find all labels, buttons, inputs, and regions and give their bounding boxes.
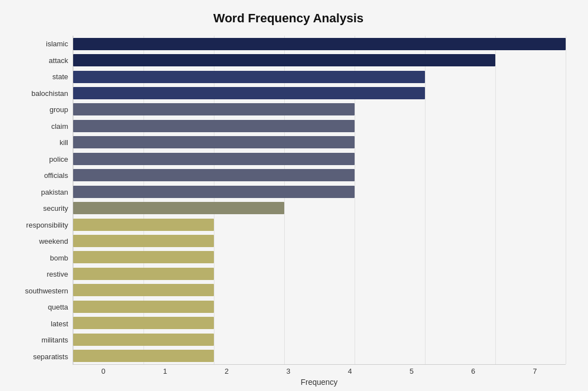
y-label: latest xyxy=(51,316,68,331)
bar xyxy=(73,350,214,362)
x-tick: 4 xyxy=(319,367,381,375)
bar xyxy=(73,268,214,280)
bar-row xyxy=(73,201,566,216)
bar xyxy=(73,87,425,99)
y-label: kill xyxy=(60,135,68,150)
y-label: islamic xyxy=(46,36,68,51)
y-label: state xyxy=(52,69,68,84)
bar xyxy=(73,317,214,329)
bar xyxy=(73,103,355,115)
bar-row xyxy=(73,316,566,331)
x-tick: 0 xyxy=(73,367,134,375)
chart-container: Word Frequency Analysis islamicattacksta… xyxy=(0,0,588,391)
bar-row xyxy=(73,349,566,364)
bar xyxy=(73,334,214,346)
bar xyxy=(73,38,566,50)
x-tick: 2 xyxy=(196,367,257,375)
bar-row xyxy=(73,299,566,314)
x-tick: 7 xyxy=(504,367,566,375)
bar xyxy=(73,186,355,198)
y-axis: islamicattackstatebalochistangroupclaimk… xyxy=(11,36,73,365)
y-label: responsibility xyxy=(26,218,68,233)
x-tick: 1 xyxy=(134,367,195,375)
grid-line xyxy=(73,36,74,364)
bar xyxy=(73,120,355,132)
x-tick: 3 xyxy=(257,367,319,375)
bar-row xyxy=(73,266,566,281)
bar xyxy=(73,202,284,214)
bar-row xyxy=(73,283,566,298)
bar xyxy=(73,219,214,231)
chart-area: islamicattackstatebalochistangroupclaimk… xyxy=(11,36,566,365)
y-label: officials xyxy=(44,168,68,183)
grid-line xyxy=(566,36,566,364)
grid-line xyxy=(214,36,214,364)
bar-row xyxy=(73,69,566,84)
y-label: restive xyxy=(47,267,68,282)
x-axis-label: Frequency xyxy=(73,378,566,387)
bar xyxy=(73,169,355,181)
bar xyxy=(73,54,495,66)
bar-row xyxy=(73,217,566,232)
x-axis: 01234567 xyxy=(73,367,566,375)
y-label: security xyxy=(43,201,68,216)
y-label: separatists xyxy=(33,349,68,364)
y-label: weekend xyxy=(39,234,68,249)
bar-row xyxy=(73,233,566,248)
grid-line xyxy=(355,36,355,364)
bar-row xyxy=(73,118,566,133)
y-label: bomb xyxy=(50,250,68,266)
bar xyxy=(73,251,214,263)
grid-line xyxy=(495,36,496,364)
x-tick: 6 xyxy=(442,367,504,375)
bar xyxy=(73,284,214,296)
x-tick: 5 xyxy=(381,367,442,375)
grid-line xyxy=(425,36,426,364)
bar-row xyxy=(73,151,566,166)
bar xyxy=(73,235,214,247)
bar xyxy=(73,71,425,83)
y-label: group xyxy=(50,102,68,117)
plot-area xyxy=(73,36,566,365)
y-label: balochistan xyxy=(31,86,68,101)
y-label: police xyxy=(49,152,68,167)
bar-row xyxy=(73,53,566,68)
y-label: attack xyxy=(49,53,68,68)
grid-line xyxy=(144,36,144,364)
bar-row xyxy=(73,36,566,51)
bar-row xyxy=(73,332,566,347)
y-label: pakistan xyxy=(41,185,68,200)
y-label: southwestern xyxy=(25,283,68,298)
y-label: militants xyxy=(41,332,68,347)
chart-title: Word Frequency Analysis xyxy=(11,11,566,26)
bar-row xyxy=(73,168,566,183)
bar xyxy=(73,136,355,148)
bar-row xyxy=(73,135,566,150)
bar-row xyxy=(73,86,566,101)
bar xyxy=(73,301,214,313)
bar-row xyxy=(73,184,566,199)
grid-line xyxy=(284,36,285,364)
y-label: claim xyxy=(51,119,68,134)
bar-row xyxy=(73,250,566,265)
bar xyxy=(73,153,355,165)
y-label: quetta xyxy=(48,300,68,315)
bar-row xyxy=(73,102,566,117)
